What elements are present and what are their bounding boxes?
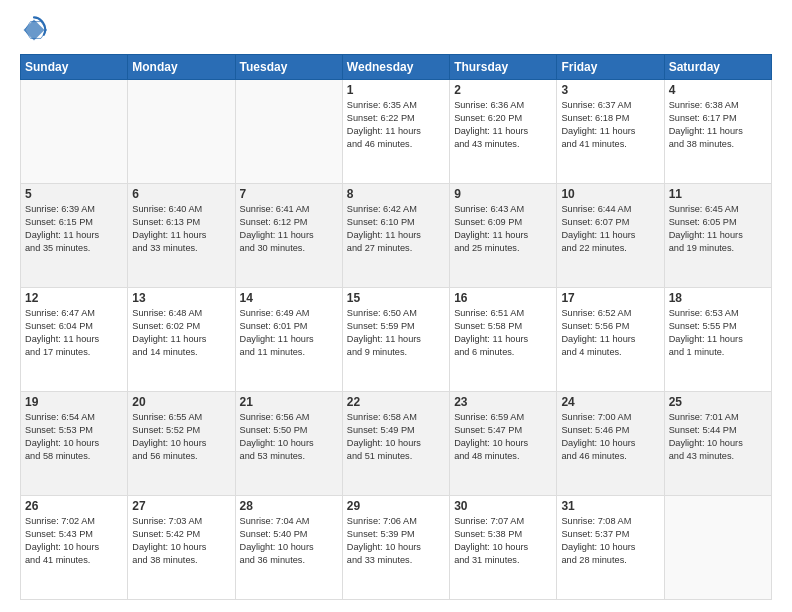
day-number: 20 [132, 395, 230, 409]
day-number: 18 [669, 291, 767, 305]
day-number: 12 [25, 291, 123, 305]
calendar-cell: 10Sunrise: 6:44 AM Sunset: 6:07 PM Dayli… [557, 184, 664, 288]
day-number: 15 [347, 291, 445, 305]
day-number: 28 [240, 499, 338, 513]
day-number: 6 [132, 187, 230, 201]
calendar-cell: 29Sunrise: 7:06 AM Sunset: 5:39 PM Dayli… [342, 496, 449, 600]
calendar-cell [664, 496, 771, 600]
day-number: 1 [347, 83, 445, 97]
calendar-cell: 15Sunrise: 6:50 AM Sunset: 5:59 PM Dayli… [342, 288, 449, 392]
week-row-1: 5Sunrise: 6:39 AM Sunset: 6:15 PM Daylig… [21, 184, 772, 288]
day-number: 22 [347, 395, 445, 409]
day-info: Sunrise: 6:42 AM Sunset: 6:10 PM Dayligh… [347, 203, 445, 255]
weekday-header-thursday: Thursday [450, 55, 557, 80]
day-info: Sunrise: 6:49 AM Sunset: 6:01 PM Dayligh… [240, 307, 338, 359]
day-number: 11 [669, 187, 767, 201]
calendar-cell: 22Sunrise: 6:58 AM Sunset: 5:49 PM Dayli… [342, 392, 449, 496]
calendar-cell: 11Sunrise: 6:45 AM Sunset: 6:05 PM Dayli… [664, 184, 771, 288]
calendar-cell: 30Sunrise: 7:07 AM Sunset: 5:38 PM Dayli… [450, 496, 557, 600]
calendar-cell: 5Sunrise: 6:39 AM Sunset: 6:15 PM Daylig… [21, 184, 128, 288]
calendar-cell: 25Sunrise: 7:01 AM Sunset: 5:44 PM Dayli… [664, 392, 771, 496]
day-info: Sunrise: 6:52 AM Sunset: 5:56 PM Dayligh… [561, 307, 659, 359]
day-info: Sunrise: 6:35 AM Sunset: 6:22 PM Dayligh… [347, 99, 445, 151]
day-number: 16 [454, 291, 552, 305]
weekday-header-friday: Friday [557, 55, 664, 80]
calendar-cell: 7Sunrise: 6:41 AM Sunset: 6:12 PM Daylig… [235, 184, 342, 288]
day-number: 2 [454, 83, 552, 97]
day-number: 25 [669, 395, 767, 409]
day-number: 24 [561, 395, 659, 409]
day-number: 14 [240, 291, 338, 305]
week-row-4: 26Sunrise: 7:02 AM Sunset: 5:43 PM Dayli… [21, 496, 772, 600]
calendar-cell [128, 80, 235, 184]
day-number: 4 [669, 83, 767, 97]
calendar-cell: 26Sunrise: 7:02 AM Sunset: 5:43 PM Dayli… [21, 496, 128, 600]
logo-icon [20, 16, 48, 44]
day-info: Sunrise: 6:50 AM Sunset: 5:59 PM Dayligh… [347, 307, 445, 359]
day-info: Sunrise: 6:43 AM Sunset: 6:09 PM Dayligh… [454, 203, 552, 255]
weekday-header-row: SundayMondayTuesdayWednesdayThursdayFrid… [21, 55, 772, 80]
day-info: Sunrise: 6:59 AM Sunset: 5:47 PM Dayligh… [454, 411, 552, 463]
calendar-cell: 16Sunrise: 6:51 AM Sunset: 5:58 PM Dayli… [450, 288, 557, 392]
day-info: Sunrise: 6:40 AM Sunset: 6:13 PM Dayligh… [132, 203, 230, 255]
week-row-0: 1Sunrise: 6:35 AM Sunset: 6:22 PM Daylig… [21, 80, 772, 184]
weekday-header-monday: Monday [128, 55, 235, 80]
weekday-header-wednesday: Wednesday [342, 55, 449, 80]
calendar-cell: 9Sunrise: 6:43 AM Sunset: 6:09 PM Daylig… [450, 184, 557, 288]
day-number: 7 [240, 187, 338, 201]
calendar-cell: 23Sunrise: 6:59 AM Sunset: 5:47 PM Dayli… [450, 392, 557, 496]
day-info: Sunrise: 6:48 AM Sunset: 6:02 PM Dayligh… [132, 307, 230, 359]
day-number: 21 [240, 395, 338, 409]
weekday-header-tuesday: Tuesday [235, 55, 342, 80]
day-number: 29 [347, 499, 445, 513]
day-number: 13 [132, 291, 230, 305]
day-info: Sunrise: 6:47 AM Sunset: 6:04 PM Dayligh… [25, 307, 123, 359]
day-info: Sunrise: 7:04 AM Sunset: 5:40 PM Dayligh… [240, 515, 338, 567]
day-number: 30 [454, 499, 552, 513]
day-number: 31 [561, 499, 659, 513]
day-info: Sunrise: 6:55 AM Sunset: 5:52 PM Dayligh… [132, 411, 230, 463]
day-number: 27 [132, 499, 230, 513]
calendar-cell: 8Sunrise: 6:42 AM Sunset: 6:10 PM Daylig… [342, 184, 449, 288]
day-number: 17 [561, 291, 659, 305]
day-number: 10 [561, 187, 659, 201]
day-info: Sunrise: 6:54 AM Sunset: 5:53 PM Dayligh… [25, 411, 123, 463]
day-info: Sunrise: 6:38 AM Sunset: 6:17 PM Dayligh… [669, 99, 767, 151]
day-info: Sunrise: 7:08 AM Sunset: 5:37 PM Dayligh… [561, 515, 659, 567]
calendar-cell: 1Sunrise: 6:35 AM Sunset: 6:22 PM Daylig… [342, 80, 449, 184]
calendar-cell: 20Sunrise: 6:55 AM Sunset: 5:52 PM Dayli… [128, 392, 235, 496]
day-info: Sunrise: 7:06 AM Sunset: 5:39 PM Dayligh… [347, 515, 445, 567]
weekday-header-saturday: Saturday [664, 55, 771, 80]
calendar-cell: 21Sunrise: 6:56 AM Sunset: 5:50 PM Dayli… [235, 392, 342, 496]
day-info: Sunrise: 6:37 AM Sunset: 6:18 PM Dayligh… [561, 99, 659, 151]
day-number: 9 [454, 187, 552, 201]
calendar-cell: 19Sunrise: 6:54 AM Sunset: 5:53 PM Dayli… [21, 392, 128, 496]
calendar-cell: 14Sunrise: 6:49 AM Sunset: 6:01 PM Dayli… [235, 288, 342, 392]
day-info: Sunrise: 6:41 AM Sunset: 6:12 PM Dayligh… [240, 203, 338, 255]
day-info: Sunrise: 6:53 AM Sunset: 5:55 PM Dayligh… [669, 307, 767, 359]
day-info: Sunrise: 6:51 AM Sunset: 5:58 PM Dayligh… [454, 307, 552, 359]
day-info: Sunrise: 7:02 AM Sunset: 5:43 PM Dayligh… [25, 515, 123, 567]
week-row-2: 12Sunrise: 6:47 AM Sunset: 6:04 PM Dayli… [21, 288, 772, 392]
calendar-cell: 3Sunrise: 6:37 AM Sunset: 6:18 PM Daylig… [557, 80, 664, 184]
calendar-cell: 28Sunrise: 7:04 AM Sunset: 5:40 PM Dayli… [235, 496, 342, 600]
weekday-header-sunday: Sunday [21, 55, 128, 80]
calendar-cell: 17Sunrise: 6:52 AM Sunset: 5:56 PM Dayli… [557, 288, 664, 392]
day-info: Sunrise: 6:56 AM Sunset: 5:50 PM Dayligh… [240, 411, 338, 463]
calendar-cell: 31Sunrise: 7:08 AM Sunset: 5:37 PM Dayli… [557, 496, 664, 600]
header [20, 16, 772, 44]
day-info: Sunrise: 7:00 AM Sunset: 5:46 PM Dayligh… [561, 411, 659, 463]
calendar-cell [235, 80, 342, 184]
day-info: Sunrise: 6:58 AM Sunset: 5:49 PM Dayligh… [347, 411, 445, 463]
day-info: Sunrise: 6:36 AM Sunset: 6:20 PM Dayligh… [454, 99, 552, 151]
week-row-3: 19Sunrise: 6:54 AM Sunset: 5:53 PM Dayli… [21, 392, 772, 496]
day-info: Sunrise: 7:03 AM Sunset: 5:42 PM Dayligh… [132, 515, 230, 567]
day-number: 26 [25, 499, 123, 513]
calendar-cell: 4Sunrise: 6:38 AM Sunset: 6:17 PM Daylig… [664, 80, 771, 184]
calendar-cell: 6Sunrise: 6:40 AM Sunset: 6:13 PM Daylig… [128, 184, 235, 288]
day-info: Sunrise: 7:01 AM Sunset: 5:44 PM Dayligh… [669, 411, 767, 463]
calendar-cell [21, 80, 128, 184]
day-info: Sunrise: 6:45 AM Sunset: 6:05 PM Dayligh… [669, 203, 767, 255]
day-number: 23 [454, 395, 552, 409]
day-number: 8 [347, 187, 445, 201]
